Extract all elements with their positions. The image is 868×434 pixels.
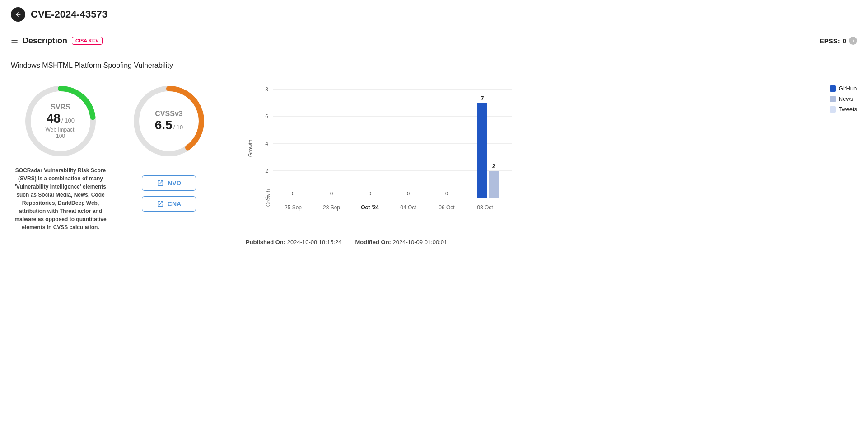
- tweets-legend-label: Tweets: [839, 106, 857, 113]
- svg-text:2: 2: [492, 163, 495, 170]
- svg-text:06 Oct: 06 Oct: [439, 204, 455, 211]
- cna-label: CNA: [168, 200, 181, 208]
- github-legend-dot: [830, 85, 836, 92]
- chart-wrapper: Growth: [246, 80, 822, 231]
- svrs-donut: SVRS 48 / 100 Web Impact: 100: [20, 80, 101, 162]
- svrs-name: SVRS: [40, 103, 81, 111]
- section-title: Description: [23, 36, 67, 46]
- github-bar: [477, 103, 487, 198]
- legend-tweets: Tweets: [830, 106, 857, 113]
- svg-text:Growth: Growth: [265, 189, 271, 207]
- epss-label-text: EPSS:: [820, 37, 840, 45]
- cna-button[interactable]: CNA: [142, 196, 196, 212]
- published-on: Published On: 2024-10-08 18:15:24: [246, 239, 341, 245]
- github-legend-label: GitHub: [839, 85, 857, 92]
- news-legend-label: News: [839, 95, 854, 102]
- svg-text:0: 0: [445, 191, 448, 196]
- section-header-left: ☰ Description CISA KEV: [11, 36, 103, 46]
- news-legend-dot: [830, 96, 836, 102]
- legend-github: GitHub: [830, 85, 857, 92]
- cvss-max: / 10: [173, 124, 183, 131]
- cisa-kev-badge: CISA KEV: [72, 37, 103, 45]
- svrs-description: SOCRadar Vulnerability Risk Score (SVRS)…: [11, 166, 110, 231]
- bar-chart-svg: 0 2 4 6 8 0 0: [259, 80, 521, 216]
- nvd-label: NVD: [168, 179, 181, 187]
- modified-value: 2024-10-09 01:00:01: [393, 239, 448, 245]
- svg-text:04 Oct: 04 Oct: [400, 204, 416, 211]
- chart-column: Growth: [246, 80, 857, 245]
- news-bar: [489, 171, 499, 198]
- external-link-icon: [157, 179, 164, 187]
- cvss-donut: CVSSv3 6.5 / 10: [128, 80, 210, 162]
- modified-label: Modified On:: [355, 239, 391, 245]
- svg-text:0: 0: [407, 191, 410, 196]
- svg-text:7: 7: [481, 95, 484, 102]
- page-header: CVE-2024-43573: [0, 0, 868, 29]
- vulnerability-title: Windows MSHTML Platform Spoofing Vulnera…: [11, 61, 857, 70]
- svg-text:6: 6: [265, 113, 268, 120]
- y-axis-label: Growth: [247, 140, 254, 157]
- scores-column: SVRS 48 / 100 Web Impact: 100 SOCRadar V…: [11, 80, 246, 231]
- svrs-max: / 100: [61, 117, 75, 124]
- svrs-block: SVRS 48 / 100 Web Impact: 100 SOCRadar V…: [11, 80, 110, 231]
- cvss-value: 6.5: [155, 118, 173, 132]
- cvss-name: CVSSv3: [155, 110, 183, 118]
- list-icon: ☰: [11, 36, 18, 46]
- main-content: Windows MSHTML Platform Spoofing Vulnera…: [0, 52, 868, 255]
- modified-on: Modified On: 2024-10-09 01:00:01: [355, 239, 447, 245]
- external-link-icon-2: [157, 200, 164, 208]
- chart-footer: Published On: 2024-10-08 18:15:24 Modifi…: [246, 239, 857, 245]
- svg-text:28 Sep: 28 Sep: [323, 204, 340, 211]
- svg-text:2: 2: [265, 168, 268, 174]
- legend-news: News: [830, 95, 857, 102]
- svg-text:0: 0: [330, 191, 333, 196]
- svrs-sub: Web Impact: 100: [40, 127, 81, 139]
- epss-container: EPSS: 0 i: [820, 37, 857, 45]
- cvss-block: CVSSv3 6.5 / 10 NVD: [128, 80, 210, 212]
- nvd-button[interactable]: NVD: [142, 175, 196, 191]
- section-header: ☰ Description CISA KEV EPSS: 0 i: [0, 29, 868, 52]
- tweets-legend-dot: [830, 106, 836, 113]
- chart-legend: GitHub News Tweets: [830, 80, 857, 113]
- published-label: Published On:: [246, 239, 285, 245]
- chart-and-legend: Growth: [246, 80, 857, 231]
- published-value: 2024-10-08 18:15:24: [287, 239, 342, 245]
- svg-text:8: 8: [265, 86, 268, 93]
- svg-text:0: 0: [292, 191, 294, 196]
- svrs-value: 48: [47, 111, 61, 126]
- scores-chart-row: SVRS 48 / 100 Web Impact: 100 SOCRadar V…: [11, 80, 857, 245]
- svrs-donut-label: SVRS 48 / 100 Web Impact: 100: [40, 103, 81, 139]
- svg-text:08 Oct: 08 Oct: [477, 204, 493, 211]
- svg-text:Oct '24: Oct '24: [361, 204, 379, 211]
- cvss-donut-label: CVSSv3 6.5 / 10: [155, 110, 183, 132]
- page-title: CVE-2024-43573: [31, 9, 107, 20]
- svg-text:25 Sep: 25 Sep: [285, 204, 302, 211]
- epss-value: 0: [843, 37, 846, 45]
- epss-info-icon[interactable]: i: [849, 37, 857, 45]
- svg-text:4: 4: [265, 141, 268, 147]
- back-button[interactable]: [11, 7, 25, 22]
- svg-text:0: 0: [369, 191, 371, 196]
